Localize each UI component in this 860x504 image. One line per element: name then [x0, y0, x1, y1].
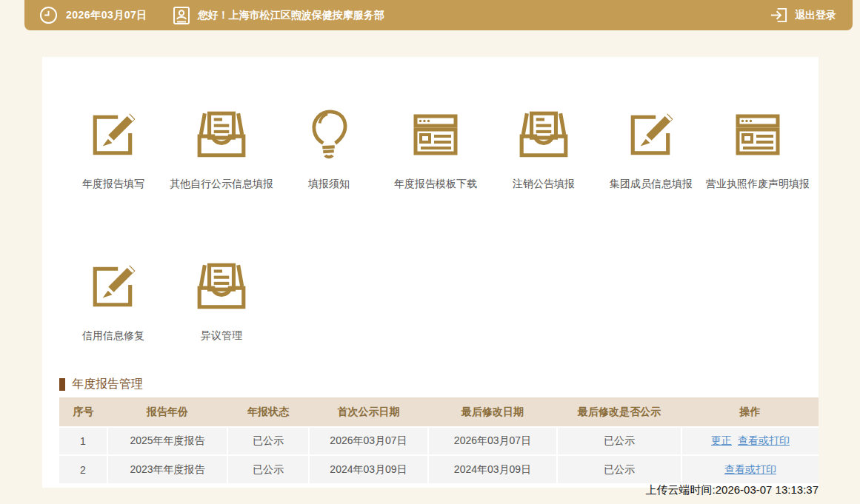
cell-first-public-date: 2026年03月07日 — [309, 427, 428, 455]
upload-cloud-time: 上传云端时间:2026-03-07 13:13:37 — [646, 483, 819, 497]
shortcut-template-download[interactable]: 年度报告模板下载 — [394, 107, 477, 191]
edit-icon — [623, 107, 679, 159]
section-title: 年度报告管理 — [72, 377, 143, 392]
user-id-icon — [173, 6, 190, 25]
view-or-print-link[interactable]: 查看或打印 — [724, 463, 776, 475]
view-or-print-link[interactable]: 查看或打印 — [738, 434, 790, 446]
cell-modified-public: 已公示 — [557, 427, 681, 455]
cell-actions: 查看或打印 — [681, 455, 819, 483]
section-header: 年度报告管理 — [59, 377, 143, 392]
col-header-actions: 操作 — [681, 397, 819, 427]
shortcut-cancellation-notice[interactable]: 注销公告填报 — [513, 107, 575, 191]
section-marker — [59, 378, 65, 391]
logout-label: 退出登录 — [795, 9, 836, 22]
shortcut-label: 集团成员信息填报 — [610, 178, 693, 191]
edit-icon — [85, 259, 141, 311]
table-header-row: 序号 报告年份 年报状态 首次公示日期 最后修改日期 最后修改是否公示 操作 — [59, 397, 819, 427]
logout-icon — [770, 6, 788, 24]
shortcut-label: 其他自行公示信息填报 — [170, 178, 273, 191]
col-header-modified-public: 最后修改是否公示 — [557, 397, 681, 427]
shortcut-objection-management[interactable]: 异议管理 — [194, 259, 249, 343]
table-row: 2 2023年年度报告 已公示 2024年03月09日 2024年03月09日 … — [59, 455, 819, 483]
edit-icon — [85, 107, 141, 159]
shortcut-annual-report-fill[interactable]: 年度报告填写 — [82, 107, 144, 191]
bulb-icon — [309, 107, 349, 159]
shortcut-label: 注销公告填报 — [513, 178, 575, 191]
shortcut-other-public-info[interactable]: 其他自行公示信息填报 — [170, 107, 273, 191]
col-header-index: 序号 — [59, 397, 107, 427]
shortcut-label: 营业执照作废声明填报 — [706, 178, 810, 191]
current-date: 2026年03月07日 — [66, 9, 147, 22]
cell-last-modified-date: 2026年03月07日 — [428, 427, 557, 455]
top-bar: 2026年03月07日 您好！上海市松江区煦波保健按摩服务部 退出登录 — [24, 0, 853, 30]
col-header-report-year: 报告年份 — [107, 397, 227, 427]
cell-index: 2 — [59, 455, 107, 483]
cell-last-modified-date: 2024年03月09日 — [428, 455, 557, 483]
template-icon — [730, 107, 785, 159]
cell-modified-public: 已公示 — [557, 455, 681, 483]
shortcut-label: 信用信息修复 — [82, 329, 144, 343]
col-header-status: 年报状态 — [227, 397, 309, 427]
annual-report-table: 序号 报告年份 年报状态 首次公示日期 最后修改日期 最后修改是否公示 操作 1… — [59, 397, 819, 483]
cell-report-year: 2023年年度报告 — [107, 455, 227, 483]
main-panel: 年度报告填写 其他自行公示信息填报 填报须知 年度报告模板下载 注销公告填报 集… — [42, 57, 819, 488]
cell-actions: 更正查看或打印 — [681, 427, 819, 455]
shortcut-label: 异议管理 — [201, 329, 242, 343]
shortcut-label: 年度报告填写 — [82, 178, 144, 191]
cell-first-public-date: 2024年03月09日 — [309, 455, 428, 483]
clock-icon — [39, 6, 58, 24]
shortcut-filing-notes[interactable]: 填报须知 — [308, 107, 350, 191]
shortcut-group-member-info[interactable]: 集团成员信息填报 — [610, 107, 693, 191]
col-header-last-modified-date: 最后修改日期 — [428, 397, 557, 427]
user-greeting: 您好！上海市松江区煦波保健按摩服务部 — [198, 9, 384, 22]
shortcut-label: 填报须知 — [308, 178, 350, 191]
shortcut-license-void-declaration[interactable]: 营业执照作废声明填报 — [706, 107, 810, 191]
inbox-icon — [516, 107, 571, 159]
inbox-icon — [194, 107, 249, 159]
cell-status: 已公示 — [227, 427, 309, 455]
template-icon — [408, 107, 463, 159]
cell-report-year: 2025年年度报告 — [107, 427, 227, 455]
cell-status: 已公示 — [227, 455, 309, 483]
cell-index: 1 — [59, 427, 107, 455]
correct-link[interactable]: 更正 — [711, 434, 732, 446]
table-row: 1 2025年年度报告 已公示 2026年03月07日 2026年03月07日 … — [59, 427, 819, 455]
shortcut-credit-repair[interactable]: 信用信息修复 — [82, 259, 144, 343]
col-header-first-public-date: 首次公示日期 — [309, 397, 428, 427]
logout-button[interactable]: 退出登录 — [770, 6, 836, 24]
shortcut-label: 年度报告模板下载 — [394, 178, 477, 191]
inbox-icon — [194, 259, 249, 311]
